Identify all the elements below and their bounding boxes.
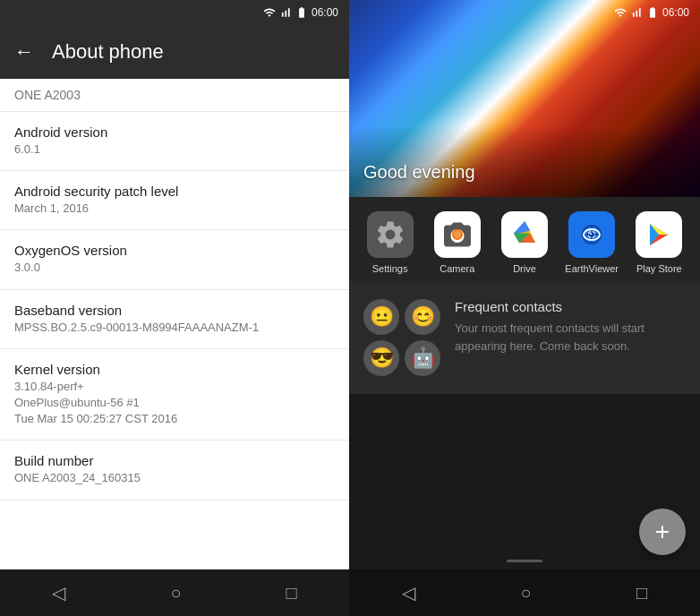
security-patch-value: March 1, 2016 [14,201,335,217]
app-earthviewer[interactable]: EarthViewer [561,211,622,274]
build-number-value: ONE A2003_24_160315 [14,470,335,486]
earthviewer-app-icon [568,211,615,258]
nav-bar-right: ◁ ○ □ [349,569,700,616]
camera-app-icon [434,211,481,258]
fab-button[interactable]: + [639,509,686,555]
oxygenos-value: 3.0.0 [14,260,335,276]
android-version-label: Android version [14,124,335,140]
wifi-icon-right [614,6,627,19]
baseband-label: Baseband version [14,303,335,318]
settings-app-icon [367,211,414,258]
signal-icon [279,6,292,19]
signal-icon-right [630,6,643,19]
security-patch-item[interactable]: Android security patch level March 1, 20… [0,171,349,230]
time-left: 06:00 [312,6,338,19]
app-settings[interactable]: Settings [360,211,421,274]
scroll-indicator [507,560,542,562]
earth-icon [576,218,608,251]
svg-point-13 [589,232,594,237]
status-bar-left: 06:00 [0,0,349,25]
kernel-item[interactable]: Kernel version 3.10.84-perf+ OnePlus@ubu… [0,349,349,441]
kernel-label: Kernel version [14,362,335,377]
wifi-icon [263,6,276,19]
playstore-icon [643,218,675,251]
baseband-item[interactable]: Baseband version MPSS.BO.2.5.c9-00013-M8… [0,290,349,349]
back-nav-icon[interactable]: ◁ [52,582,65,603]
wallpaper-overlay [349,125,700,197]
gear-icon [374,218,406,251]
camera-app-label: Camera [440,263,474,274]
earthviewer-app-label: EarthViewer [565,263,619,274]
svg-point-14 [590,233,592,235]
battery-icon-right [646,6,659,19]
android-version-item[interactable]: Android version 6.0.1 [0,112,349,171]
wallpaper: Good evening [349,0,700,197]
app-drive[interactable]: Drive [494,211,555,274]
drive-app-label: Drive [513,263,536,274]
frequent-contacts-description: Your most frequent contacts will start a… [455,320,686,355]
recents-nav-icon-right[interactable]: □ [636,583,647,603]
back-nav-icon-right[interactable]: ◁ [402,582,415,603]
contact-avatar-4: 🤖 [405,340,440,376]
device-model: ONE A2003 [0,79,349,112]
settings-list: ONE A2003 Android version 6.0.1 Android … [0,79,349,569]
frequent-contacts-section: 😐 😊 😎 🤖 Frequent contacts Your most freq… [349,281,700,394]
contact-avatar-1: 😐 [363,299,399,335]
playstore-app-icon [636,211,682,258]
greeting-text: Good evening [363,162,475,183]
contact-avatar-3: 😎 [363,340,399,376]
android-version-value: 6.0.1 [14,141,335,158]
home-nav-icon[interactable]: ○ [170,583,181,603]
contact-avatar-2: 😊 [405,299,440,335]
left-panel: 06:00 ← About phone ONE A2003 Android ve… [0,0,349,616]
app-tray: Settings Camera [349,197,700,281]
back-button[interactable]: ← [14,40,34,64]
build-number-item[interactable]: Build number ONE A2003_24_160315 [0,441,349,500]
frequent-contacts-text: Frequent contacts Your most frequent con… [455,299,686,355]
time-right: 06:00 [662,6,689,19]
page-title: About phone [52,40,164,64]
toolbar: ← About phone [0,25,349,79]
playstore-app-label: Play Store [636,263,682,274]
right-panel: 06:00 Good evening Settings [349,0,700,616]
nav-bar-left: ◁ ○ □ [0,569,349,616]
settings-app-label: Settings [372,263,408,274]
drive-app-icon [501,211,548,258]
home-nav-icon-right[interactable]: ○ [520,583,531,603]
drive-icon [508,218,541,251]
fab-area: + [349,394,700,569]
battery-icon [295,6,308,19]
build-number-label: Build number [14,453,335,468]
contact-avatars-grid: 😐 😊 😎 🤖 [363,299,440,376]
app-playstore[interactable]: Play Store [628,211,689,274]
status-bar-right: 06:00 [349,0,700,25]
camera-icon [441,218,474,251]
security-patch-label: Android security patch level [14,184,335,199]
frequent-contacts-title: Frequent contacts [455,299,686,314]
kernel-value: 3.10.84-perf+ OnePlus@ubuntu-56 #1 Tue M… [14,379,335,428]
status-icons-left: 06:00 [263,6,338,19]
baseband-value: MPSS.BO.2.5.c9-00013-M8994FAAAANAZM-1 [14,320,335,336]
oxygenos-label: OxygenOS version [14,243,335,258]
recents-nav-icon[interactable]: □ [286,583,296,603]
app-camera[interactable]: Camera [427,211,488,274]
oxygenos-item[interactable]: OxygenOS version 3.0.0 [0,230,349,289]
